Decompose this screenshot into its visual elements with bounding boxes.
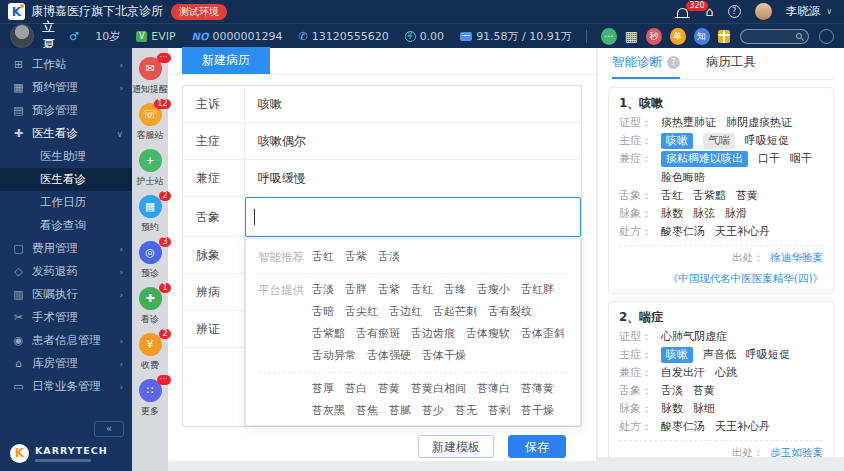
user-name[interactable]: 李晓源 [786,4,821,19]
sidebar-subitem[interactable]: 工作日历 [0,191,132,214]
symptom-chip[interactable]: 舌淡 [661,383,683,399]
sidebar-item-4[interactable]: ▢费用管理› [0,237,132,260]
gift-icon[interactable] [718,30,730,43]
suggest-tag[interactable]: 舌红 [312,249,334,265]
suggest-tag[interactable]: 舌起芒刺 [433,304,477,320]
symptom-chip[interactable]: 脸色晦暗 [661,170,705,186]
rail-item-0[interactable]: ✉···通知提醒 [130,57,170,96]
symptom-chip[interactable]: 脉细 [693,401,715,417]
suggest-tag[interactable]: 舌暗 [312,304,334,320]
suggest-tag[interactable]: 苔黄白相间 [411,381,466,397]
rail-item-5[interactable]: ✚1看诊 [139,287,162,326]
app-icon-orange[interactable]: 单 [670,28,686,45]
suggest-tag[interactable]: 苔黄 [378,381,400,397]
tab-new-medical-record[interactable]: 新建病历 [182,47,270,74]
search-input[interactable] [740,29,809,44]
suggest-tag[interactable]: 苔薄黄 [521,381,554,397]
symptom-chip[interactable]: 脉数 [661,206,683,222]
suggest-tag[interactable]: 舌尖红 [345,304,378,320]
suggest-tag[interactable]: 舌紫黯 [312,326,345,342]
help-icon[interactable]: ? [728,5,741,18]
app-icon-blue[interactable]: 知 [694,28,710,45]
field-tongue[interactable] [245,197,581,237]
symptom-chip[interactable]: 痰热壅肺证 [661,115,716,131]
sidebar-collapse-button[interactable]: « [94,421,124,437]
symptom-chip[interactable]: 心肺气阴虚症 [661,329,727,345]
suggest-tag[interactable]: 舌绛 [444,282,466,298]
rail-item-1[interactable]: ☏12客服站 [135,103,165,142]
suggest-tag[interactable]: 舌瘦小 [477,282,510,298]
suggest-tag[interactable]: 舌淡 [312,282,334,298]
sidebar-item-7[interactable]: ✂手术管理 [0,306,132,329]
sidebar-item-3[interactable]: ✚医生看诊∨ [0,122,132,145]
suggest-tag[interactable]: 苔白 [345,381,367,397]
sidebar-item-5[interactable]: ◇发药退药› [0,260,132,283]
sidebar-item-2[interactable]: ▤预诊管理 [0,99,132,122]
symptom-chip[interactable]: 呼吸短促 [746,347,790,363]
suggest-tag[interactable]: 苔剥 [488,403,510,419]
symptom-chip[interactable]: 气喘 [703,133,735,149]
symptom-chip[interactable]: 脉弦 [693,206,715,222]
sidebar-item-9[interactable]: ⌂库房管理› [0,352,132,375]
field-main-symptom[interactable]: 咳嗽偶尔 [245,123,581,160]
suggest-tag[interactable]: 舌红胖 [521,282,554,298]
sidebar-subitem[interactable]: 看诊查询 [0,214,132,237]
sidebar-item-0[interactable]: ⊞工作站› [0,53,132,76]
app-icon-red[interactable]: 秒 [646,28,662,45]
suggest-tag[interactable]: 舌边红 [389,304,422,320]
symptom-chip[interactable]: 苔黄 [736,188,758,204]
rail-item-4[interactable]: ◎3预诊 [139,241,162,280]
suggest-tag[interactable]: 舌边齿痕 [411,326,455,342]
suggest-tag[interactable]: 苔润滑 [312,425,345,426]
symptom-chip[interactable]: 脉滑 [725,206,747,222]
rail-item-7[interactable]: ∷···更多 [139,379,162,418]
notifications-bell-icon[interactable]: 320 [677,5,691,18]
suggest-tag[interactable]: 舌体瘦软 [466,326,510,342]
tab-record-tools[interactable]: 病历工具 [706,48,756,79]
sidebar-item-8[interactable]: ◉患者信息管理› [0,329,132,352]
suggest-tag[interactable]: 舌红 [411,282,433,298]
user-avatar[interactable] [755,3,772,20]
suggest-tag[interactable]: 舌胖 [345,282,367,298]
tab-smart-diagnosis[interactable]: 智能诊断 ? [612,48,680,79]
symptom-chip[interactable]: 心跳 [715,365,737,381]
apps-grid-icon[interactable]: ▦ [625,28,638,45]
rail-item-2[interactable]: +护士站 [135,149,165,188]
save-button[interactable]: 保存 [508,435,566,458]
source-link[interactable]: 徐迪华验案 [771,251,824,265]
rail-item-3[interactable]: ▦2预约 [139,195,162,234]
symptom-chip[interactable]: 天王补心丹 [715,419,770,435]
suggest-tag[interactable]: 舌体歪斜 [521,326,565,342]
symptom-chip[interactable]: 口干 [758,151,780,167]
suggest-tag[interactable]: 苔厚 [312,381,334,397]
sidebar-subitem[interactable]: 医生看诊 [0,168,132,191]
symptom-chip[interactable]: 酸枣仁汤 [661,224,705,240]
suggest-tag[interactable]: 舌体干燥 [422,348,466,364]
symptom-chip[interactable]: 舌紫黯 [693,188,726,204]
suggest-tag[interactable]: 舌有裂纹 [488,304,532,320]
suggest-tag[interactable]: 苔灰黑 [312,403,345,419]
suggest-tag[interactable]: 舌紫 [378,282,400,298]
symptom-chip[interactable]: 咽干 [790,151,812,167]
info-icon[interactable]: ? [667,56,680,69]
symptom-chip[interactable]: 酸枣仁汤 [661,419,705,435]
symptom-chip[interactable]: 苔黄 [693,383,715,399]
suggest-tag[interactable]: 舌紫 [345,249,367,265]
service-chat-icon[interactable]: ⋯ [601,28,617,45]
suggest-tag[interactable]: 舌体强硬 [367,348,411,364]
symptom-chip[interactable]: 肺阴虚痰热证 [726,115,792,131]
sidebar-subitem[interactable]: 医生助理 [0,145,132,168]
suggest-tag[interactable]: 苔薄白 [477,381,510,397]
symptom-chip[interactable]: 天王补心丹 [715,224,770,240]
source-link[interactable]: 步玉如验案 [771,446,824,457]
symptom-chip[interactable]: 舌红 [661,188,683,204]
symptom-chip[interactable]: 呼吸短促 [745,133,789,149]
suggest-tag[interactable]: 苔腻 [389,403,411,419]
suggest-tag[interactable]: 舌动异常 [312,348,356,364]
sidebar-item-6[interactable]: ▥医嘱执行› [0,283,132,306]
suggest-tag[interactable]: 苔无 [455,403,477,419]
circle-icon[interactable] [819,29,834,44]
symptom-chip[interactable]: 声音低 [703,347,736,363]
symptom-chip[interactable]: 咳嗽 [661,133,693,149]
suggest-tag[interactable]: 舌有瘀斑 [356,326,400,342]
